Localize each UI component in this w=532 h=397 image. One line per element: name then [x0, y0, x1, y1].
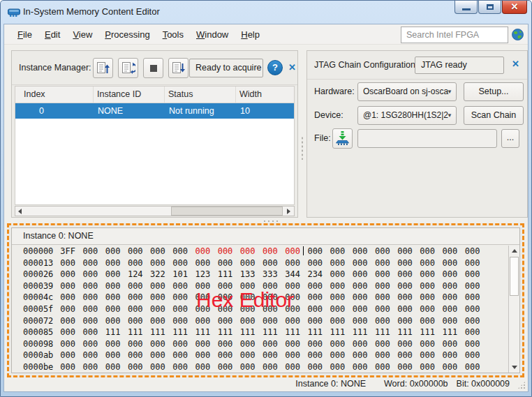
hex-value[interactable]: 133	[239, 269, 256, 280]
hex-value[interactable]: 000	[329, 338, 346, 350]
device-select[interactable]: @1: 1SG280HH(1S2|2 ▼	[357, 106, 457, 125]
hex-value[interactable]: 000	[441, 315, 458, 327]
hex-value[interactable]: 000	[172, 280, 189, 292]
hex-value[interactable]: 000	[172, 292, 189, 304]
hex-value[interactable]: 111	[127, 327, 144, 338]
hex-value[interactable]: 000	[441, 292, 458, 304]
hex-value[interactable]: 000	[262, 315, 279, 327]
hex-value[interactable]: 000	[194, 246, 211, 257]
hex-value[interactable]: 000	[239, 280, 256, 292]
hex-value[interactable]: 000	[441, 280, 458, 292]
hex-value[interactable]: 111	[172, 327, 189, 338]
menu-item-window[interactable]: Window	[190, 27, 235, 43]
hex-value[interactable]: 000	[419, 257, 436, 269]
hex-value[interactable]: 000	[441, 361, 458, 373]
hex-value[interactable]: 000	[239, 257, 256, 269]
hex-value[interactable]: 000	[127, 292, 144, 304]
file-path-field[interactable]	[357, 129, 497, 148]
hex-value[interactable]: 000	[149, 292, 166, 304]
horizontal-scrollbar[interactable]	[15, 206, 295, 216]
hex-value[interactable]: 000	[329, 350, 346, 361]
scroll-right-icon[interactable]	[283, 207, 294, 216]
hex-value[interactable]: 000	[441, 257, 458, 269]
hex-value[interactable]: 000	[284, 292, 301, 304]
hex-value[interactable]: 000	[239, 361, 256, 373]
hex-value[interactable]: 111	[441, 327, 458, 338]
hex-value[interactable]: 000	[149, 350, 166, 361]
hex-value[interactable]: 124	[127, 269, 144, 280]
vertical-scrollbar-thumb[interactable]	[510, 257, 519, 296]
hex-value[interactable]: 000	[284, 257, 301, 269]
hex-value[interactable]: 000	[127, 246, 144, 257]
hex-value[interactable]: 000	[127, 315, 144, 327]
scroll-left-icon[interactable]	[15, 207, 26, 216]
hex-value[interactable]: 111	[284, 327, 301, 338]
hex-value[interactable]: 000	[441, 350, 458, 361]
hex-value[interactable]: 000	[419, 350, 436, 361]
hex-value[interactable]: 000	[194, 361, 211, 373]
hex-value[interactable]: 000	[82, 246, 98, 257]
hex-value[interactable]: 000	[127, 350, 144, 361]
hex-value[interactable]: 000	[82, 257, 98, 269]
hex-value[interactable]: 000	[82, 269, 98, 280]
hex-value[interactable]: 000	[464, 292, 481, 304]
hex-value[interactable]: 111	[306, 327, 323, 338]
hex-value[interactable]: 000	[374, 338, 391, 350]
hex-value[interactable]: 000	[217, 338, 234, 350]
hex-value[interactable]: 000	[194, 292, 211, 304]
hex-value[interactable]: 000	[262, 280, 279, 292]
hex-value[interactable]: 000	[172, 361, 189, 373]
hex-value[interactable]: 000	[217, 280, 234, 292]
hex-value[interactable]: 000	[172, 246, 189, 257]
hex-value[interactable]: 000	[464, 257, 481, 269]
hex-value[interactable]: 111	[397, 327, 413, 338]
hex-value[interactable]: 000	[262, 304, 279, 315]
hex-value[interactable]: 000	[149, 304, 166, 315]
hex-value[interactable]: 000	[419, 315, 436, 327]
hex-value[interactable]: 000	[194, 304, 211, 315]
hex-value[interactable]: 000	[352, 292, 369, 304]
hex-value[interactable]: 000	[352, 246, 369, 257]
hex-value[interactable]: 000	[329, 315, 346, 327]
hex-value[interactable]: 000	[59, 350, 76, 361]
hex-value[interactable]: 000	[306, 280, 323, 292]
hex-value[interactable]: 111	[329, 327, 346, 338]
vertical-splitter[interactable]	[301, 136, 304, 160]
close-button[interactable]: ✕	[502, 1, 527, 14]
hex-value[interactable]: 000	[217, 315, 234, 327]
hex-value[interactable]: 333	[262, 269, 279, 280]
hex-value[interactable]: 000	[105, 338, 121, 350]
hex-value[interactable]: 000	[284, 280, 301, 292]
hex-rows[interactable]: 0000003FF0000000000000000000000000000000…	[12, 246, 508, 373]
hex-value[interactable]: 000	[329, 280, 346, 292]
hex-value[interactable]: 000	[172, 315, 189, 327]
hex-value[interactable]: 322	[149, 269, 166, 280]
hex-value[interactable]: 000	[217, 304, 234, 315]
hex-value[interactable]: 000	[172, 350, 189, 361]
hex-value[interactable]: 000	[419, 304, 436, 315]
hex-value[interactable]: 000	[127, 304, 144, 315]
hex-value[interactable]: 111	[149, 327, 166, 338]
hex-value[interactable]: 000	[464, 304, 481, 315]
hex-value[interactable]: 000	[82, 361, 98, 373]
hex-value[interactable]: 000	[441, 304, 458, 315]
hex-value[interactable]: 111	[352, 327, 369, 338]
hex-value[interactable]: 234	[306, 269, 323, 280]
hex-value[interactable]: 000	[306, 361, 323, 373]
hex-value[interactable]: 000	[464, 315, 481, 327]
hex-value[interactable]: 000	[397, 257, 413, 269]
hex-value[interactable]: 111	[194, 327, 211, 338]
hex-value[interactable]: 000	[217, 292, 234, 304]
hex-value[interactable]: 000	[284, 246, 301, 257]
scan-chain-button[interactable]: Scan Chain	[464, 106, 524, 125]
hex-value[interactable]: 000	[352, 361, 369, 373]
hex-value[interactable]: 000	[306, 257, 323, 269]
hex-value[interactable]: 000	[329, 257, 346, 269]
hex-value[interactable]: 000	[217, 350, 234, 361]
hex-value[interactable]: 000	[397, 280, 413, 292]
hex-value[interactable]: 000	[262, 350, 279, 361]
hex-value[interactable]: 111	[419, 327, 436, 338]
help-button[interactable]: ?	[267, 60, 283, 75]
hex-value[interactable]: 000	[352, 269, 369, 280]
hex-value[interactable]: 000	[239, 304, 256, 315]
